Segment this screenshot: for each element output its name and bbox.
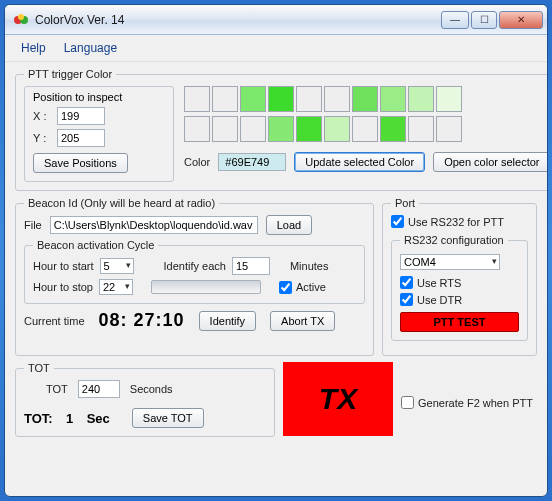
window-controls: — ☐ ✕ <box>441 11 543 29</box>
y-label: Y : <box>33 132 51 144</box>
update-color-button[interactable]: Update selected Color <box>294 152 425 172</box>
use-dtr-checkbox[interactable]: Use DTR <box>400 293 519 306</box>
color-cell[interactable] <box>268 116 294 142</box>
menubar: Help Language <box>5 35 547 62</box>
app-window: ColorVox Ver. 14 — ☐ ✕ Help Language PTT… <box>4 4 548 497</box>
ptt-legend: PTT trigger Color <box>24 68 116 80</box>
minutes-label: Minutes <box>290 260 329 272</box>
color-cell[interactable] <box>380 86 406 112</box>
rs232-group: RS232 configuration COM4 Use RTS Use DTR… <box>391 234 528 341</box>
color-cell[interactable] <box>212 116 238 142</box>
titlebar: ColorVox Ver. 14 — ☐ ✕ <box>5 5 547 35</box>
color-cell[interactable] <box>324 86 350 112</box>
ptt-trigger-group: PTT trigger Color Position to inspect X … <box>15 68 547 191</box>
menu-language[interactable]: Language <box>56 39 125 57</box>
current-time-value: 08: 27:10 <box>99 310 185 331</box>
color-label: Color <box>184 156 210 168</box>
x-input[interactable] <box>57 107 105 125</box>
color-cell[interactable] <box>268 86 294 112</box>
tot-label: TOT <box>46 383 68 395</box>
color-hex: #69E749 <box>218 153 286 171</box>
start-label: Hour to start <box>33 260 94 272</box>
tot-count-value: 1 <box>61 411 79 426</box>
current-time-label: Current time <box>24 315 85 327</box>
file-input[interactable] <box>50 216 258 234</box>
save-positions-button[interactable]: Save Positions <box>33 153 128 173</box>
close-button[interactable]: ✕ <box>499 11 543 29</box>
tot-input[interactable] <box>78 380 120 398</box>
seconds-label: Seconds <box>130 383 173 395</box>
position-header: Position to inspect <box>33 91 165 103</box>
save-tot-button[interactable]: Save TOT <box>132 408 204 428</box>
stop-select[interactable]: 22 <box>99 279 133 295</box>
client-area: PTT trigger Color Position to inspect X … <box>5 62 547 496</box>
menu-help[interactable]: Help <box>13 39 54 57</box>
x-label: X : <box>33 110 51 122</box>
maximize-button[interactable]: ☐ <box>471 11 497 29</box>
color-cell[interactable] <box>352 86 378 112</box>
window-title: ColorVox Ver. 14 <box>35 13 441 27</box>
minimize-button[interactable]: — <box>441 11 469 29</box>
color-cell[interactable] <box>380 116 406 142</box>
color-cell[interactable] <box>184 116 210 142</box>
ptt-test-button[interactable]: PTT TEST <box>400 312 519 332</box>
cycle-slider[interactable] <box>151 280 261 294</box>
color-cell[interactable] <box>436 86 462 112</box>
y-input[interactable] <box>57 129 105 147</box>
port-group: Port Use RS232 for PTT RS232 configurati… <box>382 197 537 356</box>
color-cell[interactable] <box>408 116 434 142</box>
color-cell[interactable] <box>408 86 434 112</box>
color-cell[interactable] <box>436 116 462 142</box>
color-cell[interactable] <box>240 116 266 142</box>
position-box: Position to inspect X : Y : Save Positio… <box>24 86 174 182</box>
port-legend: Port <box>391 197 419 209</box>
identify-each-input[interactable] <box>232 257 270 275</box>
generate-f2-checkbox[interactable]: Generate F2 when PTT <box>401 396 533 409</box>
active-checkbox[interactable]: Active <box>279 281 326 294</box>
tx-indicator: TX <box>283 362 393 436</box>
color-cell[interactable] <box>352 116 378 142</box>
cycle-legend: Beacon activation Cycle <box>33 239 158 251</box>
svg-point-2 <box>18 14 24 20</box>
tot-legend: TOT <box>24 362 54 374</box>
color-row-2 <box>184 116 547 142</box>
color-cell[interactable] <box>296 116 322 142</box>
app-icon <box>13 12 29 28</box>
color-row-1 <box>184 86 547 112</box>
start-select[interactable]: 5 <box>100 258 134 274</box>
load-button[interactable]: Load <box>266 215 312 235</box>
beacon-group: Beacon Id (Only will be heard at radio) … <box>15 197 374 356</box>
tot-group: TOT TOT Seconds TOT: 1 Sec Save TOT <box>15 362 275 437</box>
tot-count-unit: Sec <box>87 411 110 426</box>
use-rts-checkbox[interactable]: Use RTS <box>400 276 519 289</box>
tot-count-label: TOT: <box>24 411 53 426</box>
use-rs232-checkbox[interactable]: Use RS232 for PTT <box>391 215 528 228</box>
color-cell[interactable] <box>184 86 210 112</box>
cycle-group: Beacon activation Cycle Hour to start 5 … <box>24 239 365 304</box>
stop-label: Hour to stop <box>33 281 93 293</box>
abort-tx-button[interactable]: Abort TX <box>270 311 335 331</box>
file-label: File <box>24 219 42 231</box>
rs232-legend: RS232 configuration <box>400 234 508 246</box>
identify-each-label: Identify each <box>164 260 226 272</box>
color-cell[interactable] <box>212 86 238 112</box>
color-cell[interactable] <box>240 86 266 112</box>
beacon-legend: Beacon Id (Only will be heard at radio) <box>24 197 219 209</box>
com-select[interactable]: COM4 <box>400 254 500 270</box>
color-cell[interactable] <box>296 86 322 112</box>
open-color-selector-button[interactable]: Open color selector <box>433 152 547 172</box>
color-cell[interactable] <box>324 116 350 142</box>
identify-button[interactable]: Identify <box>199 311 256 331</box>
